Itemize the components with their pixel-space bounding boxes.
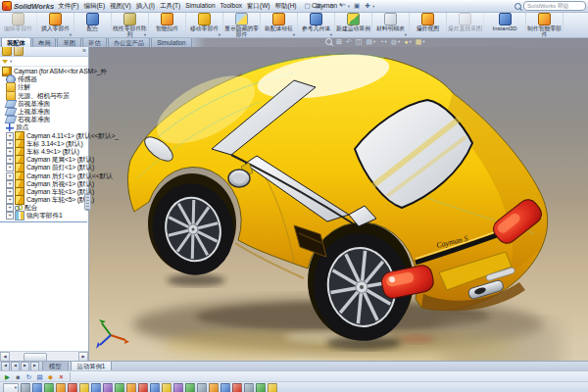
gravity-icon[interactable] <box>91 383 101 392</box>
auto-key-icon[interactable] <box>126 383 136 392</box>
filter-driving-icon[interactable] <box>209 383 219 392</box>
search-input[interactable]: SolidWorks 帮助 <box>523 1 586 11</box>
make-smart-component-button[interactable]: 制作智能零部件 <box>526 12 564 37</box>
appearance-caret-icon[interactable]: ▾ <box>409 39 411 44</box>
delete-icon[interactable]: × <box>57 372 66 381</box>
featuremanager-tab-icon[interactable] <box>2 46 12 56</box>
filter-animated-icon[interactable] <box>197 383 207 392</box>
replay-icon[interactable]: ↻ <box>24 372 33 381</box>
expander-icon[interactable]: + <box>6 172 14 180</box>
hide-show-caret-icon[interactable]: ▾ <box>398 39 400 44</box>
expander-icon[interactable]: + <box>6 164 14 172</box>
new-document-icon[interactable]: ▢ <box>304 2 312 10</box>
playback-speed-dropdown[interactable]: ▾ <box>3 383 19 392</box>
results-plots-icon[interactable] <box>138 383 148 392</box>
expander-icon[interactable]: + <box>6 188 14 196</box>
edit-component-button[interactable]: 编辑零部件 <box>0 12 37 37</box>
filter-caret-icon[interactable]: ▾ <box>10 59 12 64</box>
menu-toolbox[interactable]: Toolbox <box>220 2 242 11</box>
force-icon[interactable] <box>68 383 77 392</box>
scroll-right-icon[interactable]: ▶ <box>78 352 88 362</box>
contact-icon[interactable] <box>79 383 89 392</box>
scene-caret-icon[interactable]: ▾ <box>422 39 424 44</box>
display-style-icon[interactable]: ◔ <box>379 38 383 46</box>
zoom-out-timeline-icon[interactable] <box>256 383 266 392</box>
previous-view-icon[interactable]: ↶ <box>346 38 352 46</box>
expander-icon[interactable]: + <box>6 148 14 156</box>
menu-edit[interactable]: 编辑(E) <box>83 2 105 11</box>
expander-icon[interactable]: + <box>6 212 14 220</box>
fit-timeline-icon[interactable] <box>268 383 277 392</box>
section-view-icon[interactable]: ◫ <box>356 38 363 46</box>
save-animation-icon[interactable]: ▤ <box>35 372 44 381</box>
hide-show-items-icon[interactable]: ◍ <box>391 38 397 46</box>
linear-component-pattern-button[interactable]: 线性零部件阵列 ▾ <box>112 12 149 37</box>
expander-icon[interactable]: + <box>6 196 14 204</box>
tree-item-mirror-component[interactable]: + 镜向零部件1 <box>0 212 88 220</box>
simulation-setup-icon[interactable] <box>162 383 172 392</box>
play-icon[interactable]: ▶ <box>3 372 12 381</box>
view-orientation-icon[interactable]: ▤ <box>366 38 372 46</box>
rebuild-caret-icon[interactable]: ▾ <box>372 4 374 9</box>
menu-file[interactable]: 文件(F) <box>58 2 78 11</box>
zoom-area-icon[interactable]: ⊞ <box>336 38 342 46</box>
display-style-caret-icon[interactable]: ▾ <box>385 39 387 44</box>
motion-chart-icon[interactable] <box>150 383 160 392</box>
move-component-caret-icon[interactable]: ▾ <box>219 32 220 37</box>
tree-item-wheel-5[interactable]: + Cayman 车轮<5> (默认) <box>0 196 88 204</box>
tab-evaluate[interactable]: 评估 <box>82 37 107 47</box>
new-motion-study-button[interactable]: 新建运动算例 <box>335 12 372 37</box>
menu-view[interactable]: 视图(V) <box>110 2 131 11</box>
tab-simulation[interactable]: Simulation <box>151 37 191 47</box>
linear-pattern-caret-icon[interactable]: ▾ <box>144 32 146 37</box>
zoom-fit-icon[interactable] <box>325 38 332 45</box>
animation-wizard-icon[interactable]: ◆ <box>46 372 55 381</box>
zoom-in-timeline-icon[interactable] <box>244 383 254 392</box>
assembly-features-caret-icon[interactable]: ▾ <box>293 32 295 37</box>
instant3d-button[interactable]: Instant3D <box>484 12 526 37</box>
apply-scene-icon[interactable]: ▦ <box>416 38 422 46</box>
undo-caret-icon[interactable]: ▾ <box>348 4 350 9</box>
tree-filter-bar[interactable]: ▾ <box>0 57 88 67</box>
select-icon[interactable]: ▣ <box>353 2 361 10</box>
tree-horizontal-scrollbar[interactable]: ◀ ▶ <box>0 351 88 361</box>
search-icon[interactable] <box>514 3 521 10</box>
menu-simulation[interactable]: Simulation <box>185 2 215 11</box>
expander-icon[interactable]: + <box>6 140 14 148</box>
filter-all-icon[interactable] <box>185 383 195 392</box>
configuration-tab-icon[interactable] <box>14 46 24 56</box>
move-component-button[interactable]: 移动零部件 ▾ <box>186 12 223 37</box>
stop-icon[interactable]: ■ <box>14 372 23 381</box>
menu-insert[interactable]: 插入(I) <box>136 2 155 11</box>
tab-sketch[interactable]: 草图 <box>57 37 81 47</box>
expander-icon[interactable]: + <box>6 156 14 164</box>
tab-layout[interactable]: 布局 <box>32 37 57 47</box>
front-left-wheel[interactable] <box>143 174 243 283</box>
expander-icon[interactable]: + <box>6 204 14 212</box>
expander-icon[interactable]: + <box>6 132 14 140</box>
mate-button[interactable]: 配合 <box>74 12 112 37</box>
spring-icon[interactable] <box>44 383 54 392</box>
rebuild-icon[interactable]: ✚ <box>364 2 371 10</box>
tree-item-right-plane[interactable]: 右视基准面 <box>0 116 88 123</box>
camera-sled-icon[interactable] <box>103 383 113 392</box>
view-orientation-caret-icon[interactable]: ▾ <box>373 39 375 44</box>
assembly-features-button[interactable]: 装配体特征 ▾ <box>261 12 298 37</box>
menu-tools[interactable]: 工具(T) <box>160 2 180 11</box>
exploded-view-button[interactable]: 爆炸视图 <box>410 12 447 37</box>
motor-icon[interactable] <box>32 383 42 392</box>
edit-appearance-icon[interactable]: ● <box>404 38 408 46</box>
key-properties-icon[interactable] <box>115 383 124 392</box>
insert-component-button[interactable]: 插入零部件 ▾ <box>37 12 74 37</box>
damper-icon[interactable] <box>56 383 66 392</box>
filter-results-icon[interactable] <box>232 383 242 392</box>
tab-office-products[interactable]: 办公室产品 <box>108 37 150 47</box>
panel-splitter-handle[interactable] <box>84 193 91 211</box>
filter-selected-icon[interactable] <box>220 383 230 392</box>
appearance-icon[interactable] <box>173 383 183 392</box>
smart-fasteners-button[interactable]: 智能扣件 <box>149 12 186 37</box>
scroll-left-icon[interactable]: ◀ <box>0 352 10 362</box>
insert-component-caret-icon[interactable]: ▾ <box>70 32 72 37</box>
menu-help[interactable]: 帮助(H) <box>274 2 296 11</box>
select-tool-icon[interactable] <box>21 383 30 392</box>
